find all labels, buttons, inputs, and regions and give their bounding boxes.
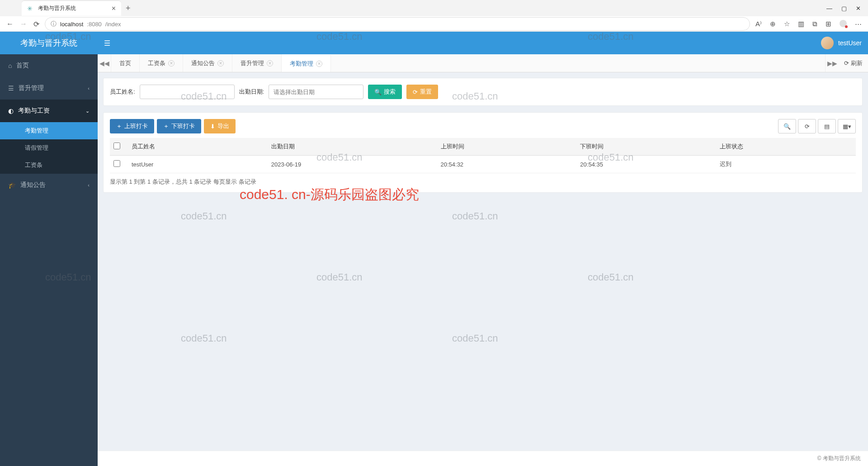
chevron-down-icon: ⌄ [85,108,90,114]
plus-icon: ＋ [116,122,122,130]
col-name[interactable]: 员工姓名 [128,138,268,156]
grid-refresh-button[interactable]: ⟳ [798,119,816,133]
reset-button[interactable]: ⟳重置 [406,85,438,99]
new-tab-button[interactable]: + [126,4,131,13]
tabs-refresh-button[interactable]: ⟳刷新 [839,54,868,72]
plus-icon: ＋ [163,122,169,130]
search-icon: 🔍 [374,89,382,95]
table-row[interactable]: testUser 2023-06-19 20:54:32 20:54:35 迟到 [110,156,856,173]
tab-close-icon[interactable]: × [112,5,116,13]
grid-icon: ▦▾ [843,123,851,130]
adjust-icon: ◐ [8,107,14,114]
clockin-button[interactable]: ＋上班打卡 [110,119,154,133]
sidebar-sub-leave[interactable]: 请假管理 [0,139,98,157]
col-date[interactable]: 出勤日期 [268,138,437,156]
back-icon[interactable]: ← [6,20,14,29]
profile-icon[interactable] [840,20,847,27]
page-tab-strip: ◀◀ 首页 工资条× 通知公告× 晋升管理× 考勤管理× ▶▶ ⟳刷新 [98,54,868,72]
col-status[interactable]: 上班状态 [716,138,856,156]
browser-chrome: ✳ 考勤与晋升系统 × + — ▢ ✕ ← → ⟳ ⓘ localhost:80… [0,0,868,32]
cell-date: 2023-06-19 [268,156,437,173]
user-avatar[interactable] [821,37,834,49]
name-input[interactable] [140,85,235,99]
list-icon: ▤ [824,123,830,130]
cell-status: 迟到 [716,156,856,173]
tab-close-icon[interactable]: × [217,60,224,67]
home-icon: ⌂ [8,62,12,69]
window-controls: — ▢ ✕ [826,5,868,12]
topbar: ☰ testUser [98,32,868,54]
menu-toggle-icon[interactable]: ☰ [104,39,110,48]
col-out[interactable]: 下班时间 [576,138,716,156]
cell-in: 20:54:32 [437,156,577,173]
graduation-icon: 🎓 [8,181,16,189]
sidebar-sub-salary[interactable]: 工资条 [0,157,98,174]
close-window-icon[interactable]: ✕ [856,5,861,12]
downloads-icon[interactable]: ⊞ [826,20,831,28]
chevron-left-icon: ‹ [88,86,90,91]
bars-icon: ☰ [8,85,14,92]
maximize-icon[interactable]: ▢ [841,5,847,12]
grid-columns-button[interactable]: ▦▾ [838,119,856,133]
sidebar-item-attendance-pay[interactable]: ◐ 考勤与工资 ⌄ [0,100,98,122]
browser-tab[interactable]: ✳ 考勤与晋升系统 × [22,0,121,16]
sidebar-label: 首页 [16,62,29,70]
page-footer: © 考勤与晋升系统 [98,451,868,466]
zoom-icon[interactable]: ⊕ [770,20,776,28]
col-in[interactable]: 上班时间 [437,138,577,156]
reload-icon[interactable]: ⟳ [33,20,39,29]
grid-search-button[interactable]: 🔍 [778,119,796,133]
export-button[interactable]: ⬇导出 [204,119,236,133]
url-input[interactable]: ⓘ localhost:8080/index [45,17,750,31]
sidebar-sub-attendance[interactable]: 考勤管理 [0,122,98,139]
row-checkbox[interactable] [113,160,120,167]
forward-icon[interactable]: → [20,20,27,29]
tab-favicon: ✳ [27,5,34,12]
clockout-button[interactable]: ＋下班打卡 [157,119,201,133]
more-icon[interactable]: ⋯ [855,20,862,28]
sidebar: 考勤与晋升系统 ⌂ 首页 ☰ 晋升管理 ‹ ◐ 考勤与工资 ⌄ 考勤管理 请假管… [0,32,98,466]
date-input[interactable] [269,85,363,99]
main-area: ☰ testUser ◀◀ 首页 工资条× 通知公告× 晋升管理× 考勤管理× … [98,32,868,466]
search-button[interactable]: 🔍搜索 [368,85,402,99]
tab-close-icon[interactable]: × [267,60,273,67]
user-name[interactable]: testUser [838,39,862,47]
tabs-scroll-left[interactable]: ◀◀ [98,54,111,72]
sidebar-item-promotion[interactable]: ☰ 晋升管理 ‹ [0,77,98,100]
url-host: localhost [60,21,83,28]
extensions-icon[interactable]: ⧉ [812,20,817,28]
page-tab-home[interactable]: 首页 [111,54,140,72]
search-panel: 员工姓名: 出勤日期: 🔍搜索 ⟳重置 [103,78,863,106]
refresh-icon: ⟳ [413,89,418,95]
refresh-icon: ⟳ [844,60,849,67]
date-label: 出勤日期: [239,88,264,96]
attendance-table: 员工姓名 出勤日期 上班时间 下班时间 上班状态 testUser 2023-0… [110,138,856,173]
tab-close-icon[interactable]: × [168,60,175,67]
page-content: 员工姓名: 出勤日期: 🔍搜索 ⟳重置 ＋上班打卡 ＋下班打卡 ⬇导出 🔍 ⟳ [98,72,868,451]
search-icon: 🔍 [783,123,791,130]
sidebar-item-notice[interactable]: 🎓 通知公告 ‹ [0,174,98,196]
tab-title: 考勤与晋升系统 [38,5,108,12]
minimize-icon[interactable]: — [826,5,832,12]
page-tab-promotion[interactable]: 晋升管理× [232,54,282,72]
page-tab-attendance[interactable]: 考勤管理× [282,54,331,72]
grid-toggle-button[interactable]: ▤ [818,119,836,133]
brand-title: 考勤与晋升系统 [0,32,98,54]
sidebar-label: 通知公告 [20,181,46,189]
select-all-checkbox[interactable] [113,143,120,149]
sidebar-item-home[interactable]: ⌂ 首页 [0,54,98,77]
page-tab-notice[interactable]: 通知公告× [183,54,232,72]
tab-close-icon[interactable]: × [316,61,322,67]
favorite-icon[interactable]: ☆ [784,20,790,28]
download-icon: ⬇ [210,123,215,130]
read-aloud-icon[interactable]: A⁾ [755,20,762,28]
page-tab-salary[interactable]: 工资条× [140,54,183,72]
cell-out: 20:54:35 [576,156,716,173]
collections-icon[interactable]: ▥ [798,20,804,28]
site-info-icon[interactable]: ⓘ [51,20,57,28]
pagination-info: 显示第 1 到第 1 条记录，总共 1 条记录 每页显示 条记录 [110,178,856,186]
name-label: 员工姓名: [110,88,135,96]
sidebar-label: 考勤与工资 [18,107,50,115]
chevron-left-icon: ‹ [88,182,90,188]
tabs-scroll-right[interactable]: ▶▶ [825,54,839,72]
